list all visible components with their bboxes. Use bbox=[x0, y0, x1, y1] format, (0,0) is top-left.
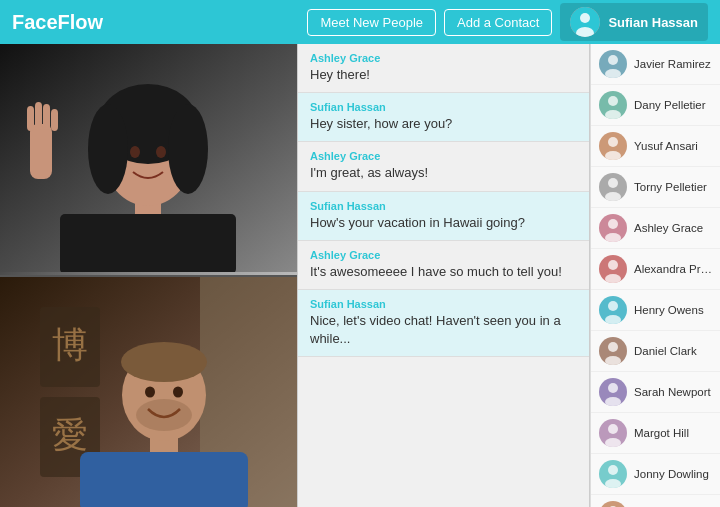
svg-rect-13 bbox=[60, 214, 236, 272]
contact-name: Torny Pelletier bbox=[634, 181, 707, 193]
contact-name: Alexandra Prato bbox=[634, 263, 712, 275]
svg-point-43 bbox=[608, 178, 618, 188]
svg-point-10 bbox=[168, 104, 208, 194]
contact-item[interactable]: Henry Owens bbox=[591, 290, 720, 331]
contact-item[interactable]: Margot Hill bbox=[591, 413, 720, 454]
message-sender: Sufian Hassan bbox=[310, 298, 577, 310]
message-sender: Ashley Grace bbox=[310, 150, 577, 162]
avatar bbox=[599, 501, 627, 507]
svg-point-11 bbox=[130, 146, 140, 158]
avatar bbox=[570, 7, 600, 37]
message-text: How's your vacation in Hawaii going? bbox=[310, 214, 577, 232]
header: FaceFlow Meet New People Add a Contact S… bbox=[0, 0, 720, 44]
contacts-panel[interactable]: Javier Ramirez Dany Pelletier Yusuf Ansa… bbox=[590, 44, 720, 507]
video-panel: 博 愛 bbox=[0, 44, 297, 507]
svg-rect-18 bbox=[51, 109, 58, 131]
message-block: Ashley GraceHey there! bbox=[298, 44, 589, 93]
avatar bbox=[599, 91, 627, 119]
message-sender: Sufian Hassan bbox=[310, 101, 577, 113]
contact-name: Dany Pelletier bbox=[634, 99, 706, 111]
svg-point-40 bbox=[608, 137, 618, 147]
svg-point-12 bbox=[156, 146, 166, 158]
contact-name: Daniel Clark bbox=[634, 345, 697, 357]
svg-point-1 bbox=[580, 13, 590, 23]
avatar bbox=[599, 378, 627, 406]
svg-point-30 bbox=[173, 386, 183, 397]
chat-messages[interactable]: Ashley GraceHey there!Sufian HassanHey s… bbox=[298, 44, 589, 507]
svg-text:愛: 愛 bbox=[52, 414, 88, 455]
contact-name: Javier Ramirez bbox=[634, 58, 711, 70]
avatar bbox=[599, 296, 627, 324]
svg-point-28 bbox=[121, 342, 207, 382]
avatar bbox=[599, 214, 627, 242]
svg-point-49 bbox=[608, 260, 618, 270]
svg-rect-32 bbox=[80, 452, 248, 508]
chat-panel: Ashley GraceHey there!Sufian HassanHey s… bbox=[297, 44, 590, 507]
svg-point-29 bbox=[145, 386, 155, 397]
video-slot-local: 博 愛 bbox=[0, 275, 297, 508]
contact-item[interactable]: Ashley Grace bbox=[591, 208, 720, 249]
avatar bbox=[599, 255, 627, 283]
svg-rect-17 bbox=[43, 104, 50, 130]
contact-item[interactable]: Javier Ramirez bbox=[591, 44, 720, 85]
message-block: Ashley GraceI'm great, as always! bbox=[298, 142, 589, 191]
contact-item[interactable]: Sarah Newport bbox=[591, 372, 720, 413]
contact-name: Yusuf Ansari bbox=[634, 140, 698, 152]
avatar bbox=[599, 337, 627, 365]
contact-name: Ashley Grace bbox=[634, 222, 703, 234]
message-sender: Ashley Grace bbox=[310, 52, 577, 64]
message-text: It's awesomeeee I have so much to tell y… bbox=[310, 263, 577, 281]
svg-text:博: 博 bbox=[52, 324, 88, 365]
contact-name: Sarah Newport bbox=[634, 386, 711, 398]
add-contact-button[interactable]: Add a Contact bbox=[444, 9, 552, 36]
svg-point-52 bbox=[608, 301, 618, 311]
contact-item[interactable]: Jonny Dowling bbox=[591, 454, 720, 495]
svg-point-61 bbox=[608, 424, 618, 434]
contact-item[interactable]: Dany Pelletier bbox=[591, 85, 720, 126]
svg-rect-15 bbox=[27, 106, 34, 131]
contact-name: Jonny Dowling bbox=[634, 468, 709, 480]
svg-rect-14 bbox=[30, 124, 52, 179]
message-sender: Sufian Hassan bbox=[310, 200, 577, 212]
svg-point-34 bbox=[608, 55, 618, 65]
svg-point-9 bbox=[88, 104, 128, 194]
avatar bbox=[599, 50, 627, 78]
contact-item[interactable]: Yusuf Ansari bbox=[591, 126, 720, 167]
svg-point-46 bbox=[608, 219, 618, 229]
video-slot-remote bbox=[0, 44, 297, 275]
svg-point-31 bbox=[136, 399, 192, 431]
message-text: Hey there! bbox=[310, 66, 577, 84]
main-content: 博 愛 bbox=[0, 44, 720, 507]
svg-rect-16 bbox=[35, 102, 42, 130]
avatar bbox=[599, 173, 627, 201]
meet-people-button[interactable]: Meet New People bbox=[307, 9, 436, 36]
user-name: Sufian Hassan bbox=[608, 15, 698, 30]
contact-item[interactable]: Alexandra Prato bbox=[591, 249, 720, 290]
message-block: Ashley GraceIt's awesomeeee I have so mu… bbox=[298, 241, 589, 290]
message-text: Hey sister, how are you? bbox=[310, 115, 577, 133]
message-block: Sufian HassanNice, let's video chat! Hav… bbox=[298, 290, 589, 357]
svg-point-55 bbox=[608, 342, 618, 352]
message-block: Sufian HassanHow's your vacation in Hawa… bbox=[298, 192, 589, 241]
message-block: Sufian HassanHey sister, how are you? bbox=[298, 93, 589, 142]
contact-item[interactable]: Stacey Gee bbox=[591, 495, 720, 507]
user-profile[interactable]: Sufian Hassan bbox=[560, 3, 708, 41]
logo: FaceFlow bbox=[12, 11, 307, 34]
svg-point-37 bbox=[608, 96, 618, 106]
avatar bbox=[599, 460, 627, 488]
message-text: I'm great, as always! bbox=[310, 164, 577, 182]
svg-point-58 bbox=[608, 383, 618, 393]
contact-item[interactable]: Torny Pelletier bbox=[591, 167, 720, 208]
contact-name: Margot Hill bbox=[634, 427, 689, 439]
contact-item[interactable]: Daniel Clark bbox=[591, 331, 720, 372]
message-text: Nice, let's video chat! Haven't seen you… bbox=[310, 312, 577, 348]
avatar bbox=[599, 132, 627, 160]
svg-point-64 bbox=[608, 465, 618, 475]
avatar bbox=[599, 419, 627, 447]
contact-name: Henry Owens bbox=[634, 304, 704, 316]
message-sender: Ashley Grace bbox=[310, 249, 577, 261]
